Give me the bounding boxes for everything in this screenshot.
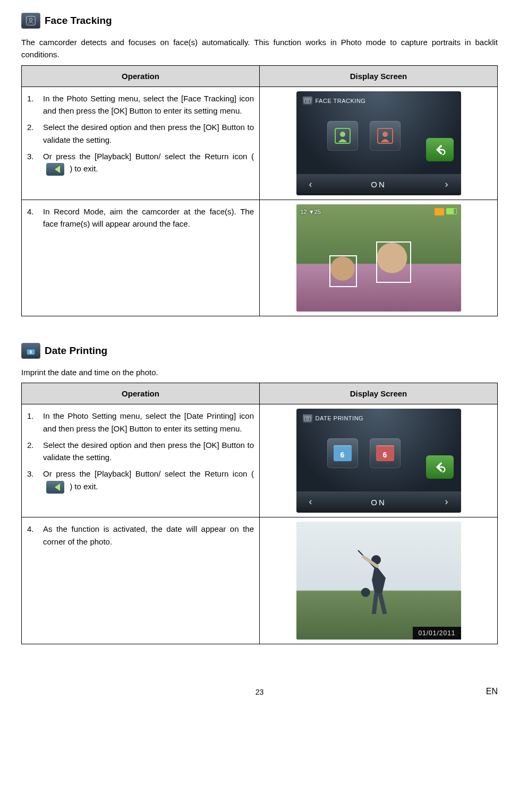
svg-point-5: [340, 132, 345, 137]
lcd-title-row: FACE TRACKING: [303, 97, 366, 106]
calendar-icon: [376, 445, 394, 461]
calendar-icon: [334, 445, 352, 461]
page-footer: 23 EN: [21, 687, 498, 698]
svg-rect-11: [304, 417, 311, 421]
example-photo-cell: 01/01/2011: [260, 517, 498, 644]
return-icon: [46, 163, 64, 176]
photo-hud: 12 ▼25: [301, 208, 457, 217]
option-off[interactable]: [370, 121, 401, 151]
lcd-title: FACE TRACKING: [316, 97, 366, 106]
option-on[interactable]: [327, 121, 358, 151]
section-intro: The camcorder detects and focuses on fac…: [21, 36, 498, 61]
face-tracking-icon: [21, 13, 40, 29]
list-item: 4.In Record Mode, aim the camcorder at t…: [27, 205, 254, 230]
section-intro: Imprint the date and time on the photo.: [21, 366, 498, 378]
camera-icon: [303, 414, 312, 423]
face-frame: [376, 241, 411, 283]
face-tracking-table: Operation Display Screen 1.In the Photo …: [21, 65, 498, 316]
date-printing-icon: 6: [21, 343, 40, 359]
steps-list: 1.In the Photo Setting menu, select the …: [27, 92, 254, 176]
lcd-face-tracking: FACE TRACKING: [296, 91, 461, 195]
steps-list: 1.In the Photo Setting menu, select the …: [27, 410, 254, 493]
lcd-bottom-bar: ‹ ON ›: [296, 491, 461, 513]
list-item: 1.In the Photo Setting menu, select the …: [27, 410, 254, 435]
list-item: 3.Or press the [Playback] Button/ select…: [27, 468, 254, 493]
face-frame: [329, 255, 357, 287]
section-header-face-tracking: Face Tracking: [21, 13, 498, 29]
record-step-cell: 4.In Record Mode, aim the camcorder at t…: [22, 200, 260, 316]
svg-rect-0: [27, 16, 36, 25]
chevron-left-icon[interactable]: ‹: [309, 495, 312, 509]
list-item: 2.Select the desired option and then pre…: [27, 121, 254, 146]
record-step-cell: 4.As the function is activated, the date…: [22, 517, 260, 644]
display-screen-cell: DATE PRINTING ‹ ON ›: [260, 404, 498, 517]
svg-rect-2: [304, 99, 311, 103]
option-on[interactable]: [327, 438, 358, 468]
lcd-date-printing: DATE PRINTING ‹ ON ›: [296, 409, 461, 513]
page-number: 23: [256, 687, 264, 698]
svg-point-7: [382, 132, 388, 137]
chevron-left-icon[interactable]: ‹: [309, 177, 312, 192]
svg-point-12: [306, 418, 308, 420]
list-item: 3.Or press the [Playback] Button/ select…: [27, 150, 254, 176]
date-printing-table: Operation Display Screen 1.In the Photo …: [21, 383, 498, 644]
lcd-title: DATE PRINTING: [316, 414, 364, 423]
return-button[interactable]: [426, 455, 454, 479]
list-item: 2.Select the desired option and then pre…: [27, 439, 254, 464]
section-header-date-printing: 6 Date Printing: [21, 343, 498, 359]
lcd-state: ON: [325, 178, 432, 191]
steps-cell: 1.In the Photo Setting menu, select the …: [22, 404, 260, 517]
date-stamp: 01/01/2011: [413, 627, 461, 640]
col-display-screen: Display Screen: [260, 383, 498, 404]
chevron-right-icon[interactable]: ›: [445, 177, 448, 192]
steps-cell: 1.In the Photo Setting menu, select the …: [22, 87, 260, 200]
list-item: 1.In the Photo Setting menu, select the …: [27, 92, 254, 117]
lcd-bottom-bar: ‹ ON ›: [296, 174, 461, 195]
svg-text:6: 6: [30, 349, 32, 354]
section-title: Date Printing: [45, 343, 107, 358]
section-title: Face Tracking: [45, 13, 112, 28]
language-label: EN: [486, 685, 498, 698]
lcd-state: ON: [325, 496, 432, 508]
mode-badge-icon: [435, 208, 444, 215]
col-operation: Operation: [22, 383, 260, 404]
display-screen-cell: FACE TRACKING: [260, 87, 498, 200]
chevron-right-icon[interactable]: ›: [445, 495, 448, 509]
svg-point-3: [306, 100, 308, 102]
example-photo-cell: 12 ▼25: [260, 200, 498, 316]
lcd-title-row: DATE PRINTING: [303, 414, 364, 423]
face-tracking-example-photo: 12 ▼25: [296, 204, 461, 312]
return-button[interactable]: [426, 138, 454, 161]
option-off[interactable]: [370, 438, 401, 468]
col-operation: Operation: [22, 65, 260, 87]
golfer-figure: [354, 545, 402, 614]
date-printing-example-photo: 01/01/2011: [296, 522, 461, 640]
camera-icon: [303, 97, 312, 105]
list-item: 4.As the function is activated, the date…: [27, 523, 254, 548]
hud-left: 12 ▼25: [301, 208, 321, 217]
battery-icon: [446, 208, 457, 214]
svg-point-1: [29, 18, 32, 21]
col-display-screen: Display Screen: [260, 65, 498, 87]
return-icon: [46, 481, 64, 494]
